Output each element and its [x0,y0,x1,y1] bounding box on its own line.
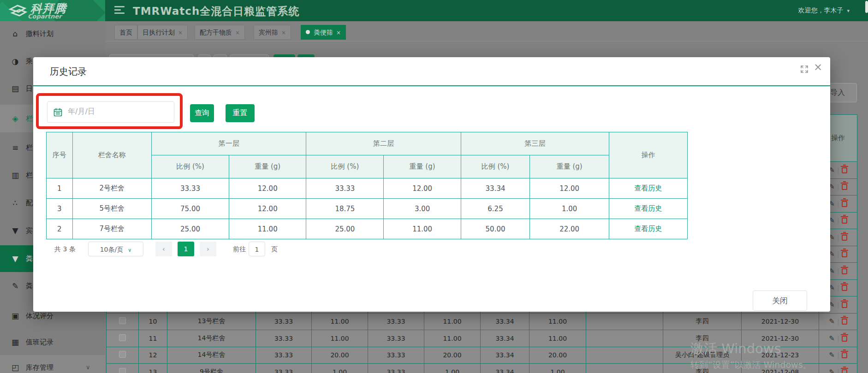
chevron-down-icon: ∨ [86,358,90,373]
date-placeholder: 年/月/日 [68,107,95,117]
modal-close-icon[interactable]: × [814,61,822,73]
sidebar-item-label: 乘 [26,52,33,71]
delete-icon[interactable] [842,369,847,373]
delete-icon[interactable] [842,184,847,190]
close-button[interactable]: 关闭 [753,290,807,311]
app-header: 科拜腾 Copartner TMRWatch全混合日粮监管系统 欢迎您，李木子▾ [0,0,868,21]
chart-icon: ▥ [10,166,20,184]
query-button[interactable]: 查询 [190,104,214,122]
table-row: 35号栏舍 75.0012.00 18.753.00 6.251.00 查看历史 [47,199,830,219]
next-page-button[interactable]: › [200,242,216,256]
background-table-row: 1214号栏舍33.3320.0033.3320.0033.3420.00吴小白… [107,347,857,364]
edit-icon[interactable]: ✎ [829,334,835,343]
background-cell: 14号栏舍 [167,347,256,364]
divider: | [837,267,839,275]
background-cell: 33.34 [481,347,529,364]
sidebar-item-label: 日 [26,79,33,98]
edit-icon[interactable]: ✎ [829,368,835,373]
close-icon[interactable]: × [235,30,240,36]
tab-penn-sieve[interactable]: 宾州筛× [254,25,291,40]
page-size-select[interactable]: 10条/页∨ [88,242,143,256]
pie-icon: ◑ [10,52,20,71]
prev-page-button[interactable]: ‹ [155,242,172,256]
document-icon: ▤ [10,79,20,98]
date-picker-input[interactable]: 年/月/日 [47,101,174,123]
background-cell: 33.33 [368,364,424,373]
page-number-1[interactable]: 1 [178,242,194,256]
delete-icon[interactable] [842,251,847,257]
logo-text-en: Copartner [28,13,62,20]
edit-icon[interactable]: ✎ [829,317,835,326]
delete-icon[interactable] [842,285,847,291]
sidebar-item-label: 配 [26,194,33,212]
sidebar-item-label: 栏 [26,166,33,184]
fullscreen-icon[interactable] [800,65,809,73]
delete-icon[interactable] [842,352,847,358]
delete-icon[interactable] [842,218,847,224]
background-cell: 2021-12-23 [742,347,819,364]
modal-title: 历史记录 [50,65,87,78]
background-cell: 李四 [663,330,742,347]
delete-icon[interactable] [842,235,847,241]
row-checkbox[interactable] [119,334,126,341]
background-cell: 1.00 [424,364,481,373]
delete-icon[interactable] [842,268,847,274]
close-icon[interactable]: × [336,30,341,36]
history-table: 序号 栏舍名称 第一层 第二层 第三层 操作 比例 (%) 重量 (g) 比例 … [46,132,830,239]
close-icon[interactable]: × [281,30,286,36]
tab-manure-sieve[interactable]: 粪便筛× [301,25,346,40]
background-cell [586,313,663,330]
view-history-link[interactable]: 查看历史 [634,225,662,233]
background-cell: 20.00 [312,347,368,364]
sidebar-item-0[interactable]: ⌂撒料计划 [0,24,105,43]
background-cell: 李四 [663,364,742,373]
feed-plan-icon: ⌂ [10,24,20,43]
close-icon[interactable]: × [178,30,183,36]
tab-home[interactable]: 首页 [114,25,137,40]
row-checkbox[interactable] [119,368,126,373]
tab-daily-plan[interactable]: 日执行计划× [137,25,188,40]
row-checkbox[interactable] [119,351,126,358]
delete-icon[interactable] [842,167,847,173]
divider: | [837,200,839,207]
divider: | [837,368,839,373]
col-weight: 重量 (g) [530,155,609,178]
col-pen-name: 栏舍名称 [72,132,151,178]
divider: | [837,234,839,241]
background-cell: 11.00 [424,313,481,330]
chevron-down-icon: ▾ [847,8,850,14]
divider: | [837,335,839,342]
edit-icon[interactable]: ✎ [829,351,835,359]
goto-page-input[interactable]: 1 [249,242,265,256]
background-cell: 李四 [663,313,742,330]
copartner-cube-icon [7,3,29,20]
sidebar-item-12[interactable]: ◰库存管理∨ [0,358,105,373]
sidebar-item-label: 粪 [26,277,33,295]
divider: | [837,351,839,359]
view-history-link[interactable]: 查看历史 [634,204,662,213]
user-menu[interactable]: 欢迎您，李木子▾ [798,6,850,15]
sidebar-item-label: 栏 [26,138,33,157]
background-cell: 11.00 [424,330,481,347]
clipboard-icon: ✎ [10,277,20,295]
sidebar-collapse-icon[interactable] [114,6,125,15]
chevron-down-icon: ∨ [128,247,131,253]
reset-button[interactable]: 重置 [226,104,255,122]
tab-formula-dm[interactable]: 配方干物质× [195,25,245,40]
table-row: 12号栏舍 33.3312.00 33.3312.00 33.3412.00 查… [47,178,830,199]
background-cell: 20.00 [424,347,481,364]
view-history-link[interactable]: 查看历史 [634,184,662,192]
rows-icon: ≡ [10,138,20,157]
scrollbar-thumb[interactable] [865,1,868,13]
delete-icon[interactable] [842,319,847,325]
row-checkbox[interactable] [119,317,126,324]
building-icon: ◰ [10,358,20,373]
delete-icon[interactable] [842,302,847,308]
background-cell [586,364,663,373]
background-cell: 11.00 [312,330,368,347]
delete-icon[interactable] [842,201,847,207]
sidebar-item-11[interactable]: ▦值班记录 [0,333,105,351]
delete-icon[interactable] [842,336,847,342]
col-group-layer1: 第一层 [152,132,306,155]
background-cell: 33.33 [368,330,424,347]
